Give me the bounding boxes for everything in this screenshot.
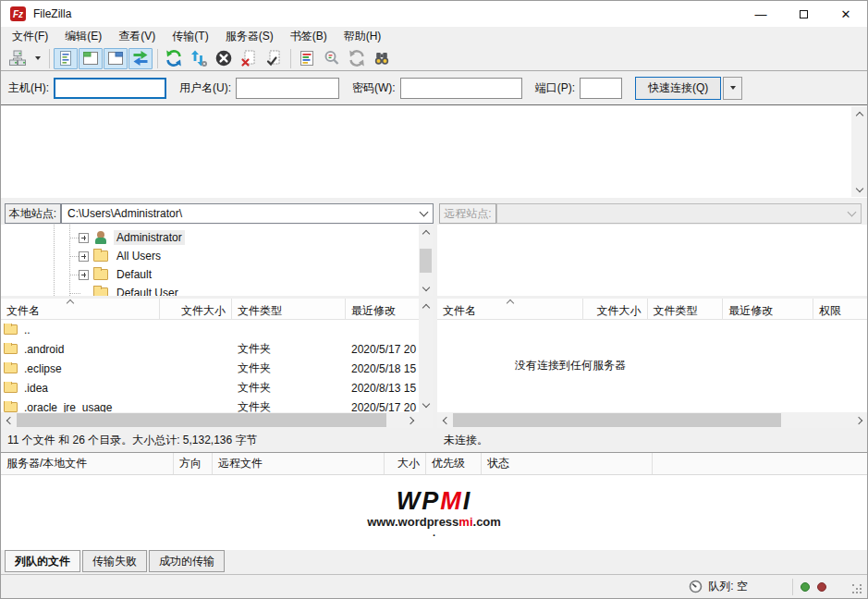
minimize-button[interactable]: — bbox=[740, 1, 782, 27]
column-header-filetype[interactable]: 文件类型 bbox=[232, 299, 346, 319]
remote-site-combobox[interactable] bbox=[496, 203, 862, 224]
file-row-oracle-jre-usage[interactable]: .oracle_jre_usage 文件夹 2020/5/17 20 bbox=[1, 397, 419, 412]
status-green-indicator bbox=[801, 582, 810, 592]
refresh-button[interactable] bbox=[162, 48, 186, 69]
local-tree-scrollbar[interactable] bbox=[419, 225, 433, 296]
close-button[interactable]: ✕ bbox=[825, 1, 867, 27]
username-input[interactable] bbox=[236, 78, 339, 99]
toggle-message-log-button[interactable] bbox=[54, 48, 78, 69]
column-header-direction[interactable]: 方向 bbox=[174, 453, 213, 474]
message-log bbox=[1, 104, 867, 198]
menu-item-bookmarks[interactable]: 书签(B) bbox=[282, 26, 336, 47]
menu-item-server[interactable]: 服务器(S) bbox=[217, 26, 282, 47]
column-header-modified[interactable]: 最近修改 bbox=[346, 299, 419, 319]
scroll-left-arrow[interactable] bbox=[437, 412, 452, 428]
watermark-logo-text: M bbox=[440, 487, 463, 515]
scroll-up-arrow[interactable] bbox=[419, 299, 433, 313]
file-row-idea[interactable]: .idea 文件夹 2020/8/13 15 bbox=[1, 378, 419, 397]
remote-tree-icon bbox=[106, 49, 125, 67]
column-header-status[interactable]: 状态 bbox=[482, 453, 653, 474]
chevron-up-icon bbox=[855, 111, 862, 118]
column-header-server-local-file[interactable]: 服务器/本地文件 bbox=[1, 453, 174, 474]
menu-item-file[interactable]: 文件(F) bbox=[4, 26, 56, 47]
tree-item-default[interactable]: Default bbox=[1, 265, 433, 284]
tab-queued-files[interactable]: 列队的文件 bbox=[5, 550, 80, 572]
quickconnect-dropdown-button[interactable] bbox=[723, 77, 742, 100]
host-input[interactable] bbox=[54, 78, 166, 99]
toggle-remote-tree-button[interactable] bbox=[104, 48, 128, 69]
local-list-vscrollbar[interactable] bbox=[419, 299, 433, 412]
local-file-rows: .. .android 文件夹 2020/5/17 20 .eclipse 文件… bbox=[1, 320, 419, 412]
scroll-right-arrow[interactable] bbox=[404, 412, 419, 428]
message-log-scrollbar[interactable] bbox=[851, 106, 867, 197]
file-row-parent[interactable]: .. bbox=[1, 320, 419, 339]
column-header-filesize[interactable]: 文件大小 bbox=[583, 299, 648, 319]
folder-icon bbox=[4, 344, 18, 354]
watermark-logo-text: WP bbox=[397, 487, 441, 515]
file-type: 文件夹 bbox=[232, 380, 346, 396]
port-input[interactable] bbox=[580, 78, 622, 99]
scroll-down-arrow[interactable] bbox=[419, 281, 433, 296]
folder-icon bbox=[4, 363, 18, 373]
menu-item-edit[interactable]: 编辑(E) bbox=[56, 26, 110, 47]
local-list-hscrollbar[interactable] bbox=[1, 412, 419, 428]
scrollbar-corner bbox=[419, 412, 433, 428]
column-header-modified[interactable]: 最近修改 bbox=[723, 299, 813, 319]
toggle-local-tree-button[interactable] bbox=[79, 48, 103, 69]
expand-icon[interactable] bbox=[79, 270, 89, 280]
tab-successful-transfers[interactable]: 成功的传输 bbox=[149, 550, 225, 572]
titlebar: Fz FileZilla — ✕ bbox=[1, 1, 867, 27]
expand-icon[interactable] bbox=[79, 233, 89, 243]
remote-file-list: 文件名 文件大小 文件类型 最近修改 权限 没有连接到任何服务器 bbox=[437, 299, 867, 428]
scroll-up-arrow[interactable] bbox=[851, 106, 867, 121]
remote-list-hscrollbar[interactable] bbox=[437, 412, 867, 428]
scrollbar-thumb[interactable] bbox=[420, 249, 432, 273]
process-queue-icon bbox=[189, 49, 208, 67]
process-queue-button[interactable] bbox=[187, 48, 211, 69]
column-header-filesize[interactable]: 文件大小 bbox=[160, 299, 232, 319]
watermark-dot: . bbox=[433, 529, 435, 537]
scroll-right-arrow[interactable] bbox=[852, 412, 867, 428]
menu-item-help[interactable]: 帮助(H) bbox=[336, 26, 390, 47]
sync-browse-button[interactable] bbox=[345, 48, 369, 69]
site-manager-dropdown-button[interactable] bbox=[31, 48, 44, 69]
column-header-permissions[interactable]: 权限 bbox=[813, 299, 867, 319]
resize-grip[interactable] bbox=[852, 584, 864, 596]
menu-item-view[interactable]: 查看(V) bbox=[110, 26, 164, 47]
filter-button[interactable] bbox=[295, 48, 319, 69]
compare-button[interactable] bbox=[320, 48, 344, 69]
expand-icon[interactable] bbox=[79, 251, 89, 262]
scroll-down-arrow[interactable] bbox=[851, 182, 867, 197]
scrollbar-thumb[interactable] bbox=[17, 413, 386, 427]
folder-icon bbox=[93, 287, 108, 296]
find-files-button[interactable] bbox=[370, 48, 394, 69]
scroll-down-arrow[interactable] bbox=[419, 397, 433, 412]
file-name: .android bbox=[24, 343, 64, 356]
file-row-android[interactable]: .android 文件夹 2020/5/17 20 bbox=[1, 339, 419, 359]
watermark-logo-text: I bbox=[463, 487, 472, 515]
maximize-button[interactable] bbox=[782, 1, 825, 27]
site-manager-button[interactable] bbox=[6, 48, 30, 69]
local-site-combobox[interactable]: C:\Users\Administrator\ bbox=[61, 203, 434, 224]
file-row-eclipse[interactable]: .eclipse 文件夹 2020/5/18 15 bbox=[1, 359, 419, 378]
password-input[interactable] bbox=[400, 78, 522, 99]
column-header-filename[interactable]: 文件名 bbox=[1, 299, 160, 319]
menu-item-transfer[interactable]: 传输(T) bbox=[164, 26, 216, 47]
quickconnect-button[interactable]: 快速连接(Q) bbox=[635, 77, 721, 100]
scroll-left-arrow[interactable] bbox=[1, 412, 16, 428]
reconnect-button[interactable] bbox=[262, 48, 286, 69]
scroll-up-arrow[interactable] bbox=[419, 225, 433, 239]
column-header-priority[interactable]: 优先级 bbox=[426, 453, 482, 474]
file-type: 文件夹 bbox=[232, 361, 346, 376]
tree-item-administrator[interactable]: Administrator bbox=[1, 228, 433, 247]
column-header-filetype[interactable]: 文件类型 bbox=[648, 299, 724, 319]
cancel-operation-button[interactable] bbox=[212, 48, 236, 69]
column-header-size[interactable]: 大小 bbox=[385, 453, 426, 474]
disconnect-button[interactable] bbox=[237, 48, 261, 69]
tab-failed-transfers[interactable]: 传输失败 bbox=[82, 550, 147, 572]
scrollbar-thumb[interactable] bbox=[453, 413, 781, 427]
tree-item-default-user[interactable]: Default User bbox=[1, 284, 433, 296]
toggle-transfer-queue-button[interactable] bbox=[128, 48, 153, 69]
column-header-remote-file[interactable]: 远程文件 bbox=[213, 453, 385, 474]
tree-item-all-users[interactable]: All Users bbox=[1, 247, 433, 265]
